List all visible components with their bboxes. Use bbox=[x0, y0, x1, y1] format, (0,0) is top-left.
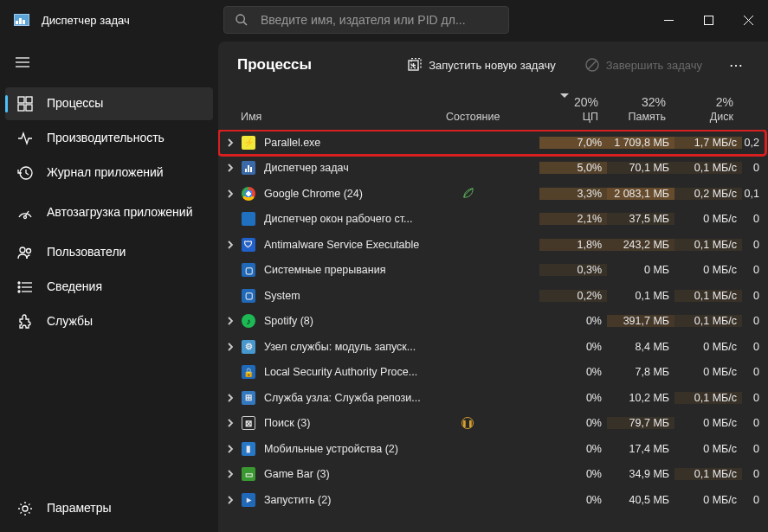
cpu-cell: 0% bbox=[539, 366, 607, 378]
col-cpu[interactable]: 20%ЦП bbox=[531, 95, 598, 123]
process-icon: ♪ bbox=[241, 314, 256, 328]
process-icon: ⚡ bbox=[241, 136, 256, 150]
table-row[interactable]: Диспетчер окон рабочего ст...2,1%37,5 МБ… bbox=[218, 207, 766, 233]
run-task-icon bbox=[408, 58, 422, 72]
chevron-right-icon[interactable] bbox=[220, 317, 241, 325]
grid-icon bbox=[17, 96, 33, 112]
chevron-right-icon[interactable] bbox=[220, 240, 241, 249]
process-list[interactable]: ⚡Parallel.exe7,0%1 709,8 МБ1,7 МБ/с0,2Ди… bbox=[218, 130, 768, 532]
puzzle-icon bbox=[17, 314, 33, 330]
process-name: Поиск (3) bbox=[264, 417, 461, 429]
disk-cell: 0 МБ/с bbox=[674, 341, 742, 353]
memory-cell: 2 083,1 МБ bbox=[607, 188, 674, 200]
disk-cell: 0 МБ/с bbox=[674, 417, 742, 429]
table-row[interactable]: ▭Game Bar (3)0%34,9 МБ0,1 МБ/с0 bbox=[218, 462, 766, 488]
hamburger-button[interactable] bbox=[3, 47, 42, 78]
nav-users[interactable]: Пользователи bbox=[5, 236, 213, 269]
table-row[interactable]: 🛡Antimalware Service Executable1,8%243,2… bbox=[218, 232, 766, 258]
cpu-cell: 0% bbox=[539, 443, 607, 455]
table-row[interactable]: ▢Системные прерывания0,3%0 МБ0 МБ/с0 bbox=[218, 258, 766, 284]
more-button[interactable]: ⋯ bbox=[721, 57, 752, 74]
col-name[interactable]: Имя bbox=[241, 111, 446, 123]
svg-point-21 bbox=[18, 282, 20, 284]
svg-rect-3 bbox=[704, 16, 713, 24]
table-row[interactable]: Диспетчер задач5,0%70,1 МБ0,1 МБ/с0 bbox=[218, 156, 766, 182]
nav-app-history[interactable]: Журнал приложений bbox=[5, 157, 213, 189]
process-name: Служба узла: Служба репози... bbox=[264, 392, 461, 404]
chevron-right-icon[interactable] bbox=[220, 189, 241, 198]
extra-cell: 0 bbox=[742, 290, 759, 302]
disk-cell: 0,1 МБ/с bbox=[674, 468, 742, 480]
table-row[interactable]: Google Chrome (24)3,3%2 083,1 МБ0,2 МБ/с… bbox=[218, 181, 766, 207]
nav-startup[interactable]: Автозагрузка приложений bbox=[5, 191, 213, 234]
nav-performance[interactable]: Производительность bbox=[5, 122, 213, 155]
maximize-button[interactable] bbox=[688, 0, 728, 40]
process-icon: ▮ bbox=[241, 442, 256, 456]
svg-point-22 bbox=[18, 286, 20, 288]
chevron-right-icon[interactable] bbox=[220, 163, 241, 172]
title-bar: Диспетчер задач bbox=[0, 0, 768, 40]
process-name: Spotify (8) bbox=[264, 315, 461, 327]
search-icon bbox=[235, 13, 248, 27]
process-name: Google Chrome (24) bbox=[264, 188, 461, 200]
process-name: Запустить (2) bbox=[264, 494, 461, 506]
memory-cell: 17,4 МБ bbox=[607, 443, 674, 455]
extra-cell: 0 bbox=[742, 264, 759, 276]
chevron-right-icon[interactable] bbox=[220, 419, 241, 427]
memory-cell: 79,7 МБ bbox=[607, 417, 674, 429]
svg-point-17 bbox=[27, 249, 31, 253]
chevron-right-icon[interactable] bbox=[220, 470, 241, 478]
disk-cell: 0 МБ/с bbox=[674, 264, 742, 276]
table-row[interactable]: ▢System0,2%0,1 МБ0,1 МБ/с0 bbox=[218, 283, 766, 309]
table-row[interactable]: ⚙Узел службы: модуль запуск...0%8,4 МБ0 … bbox=[218, 334, 766, 360]
table-row[interactable]: ▸Запустить (2)0%40,5 МБ0 МБ/с0 bbox=[218, 487, 766, 513]
search-box[interactable] bbox=[223, 6, 509, 34]
nav-processes[interactable]: Процессы bbox=[5, 87, 213, 120]
search-input[interactable] bbox=[261, 13, 498, 27]
process-name: Parallel.exe bbox=[264, 137, 461, 149]
disk-cell: 0,1 МБ/с bbox=[674, 290, 742, 302]
chevron-right-icon[interactable] bbox=[220, 496, 241, 504]
memory-cell: 34,9 МБ bbox=[607, 468, 674, 480]
col-status[interactable]: Состояние bbox=[446, 111, 531, 123]
end-task-button: Завершить задачу bbox=[575, 50, 713, 80]
prohibit-icon bbox=[585, 58, 599, 72]
nav-details[interactable]: Сведения bbox=[5, 271, 213, 304]
minimize-button[interactable] bbox=[649, 0, 688, 40]
svg-point-16 bbox=[20, 247, 25, 253]
process-icon: ▭ bbox=[241, 467, 256, 481]
process-name: Узел службы: модуль запуск... bbox=[264, 341, 461, 353]
table-row[interactable]: ♪Spotify (8)0%391,7 МБ0,1 МБ/с0 bbox=[218, 309, 766, 335]
cpu-cell: 0,2% bbox=[539, 290, 607, 302]
chevron-right-icon[interactable] bbox=[220, 394, 241, 402]
history-icon bbox=[17, 165, 33, 181]
chevron-right-icon[interactable] bbox=[220, 138, 241, 147]
table-row[interactable]: ▮Мобильные устройства (2)0%17,4 МБ0 МБ/с… bbox=[218, 436, 766, 462]
process-icon: 🛡 bbox=[241, 238, 256, 252]
main-panel: Процессы Запустить новую задачу Завершит… bbox=[218, 42, 768, 532]
table-row[interactable]: ⊠Поиск (3)❚❚0%79,7 МБ0 МБ/с0 bbox=[218, 411, 766, 437]
process-name: Диспетчер задач bbox=[264, 162, 461, 174]
extra-cell: 0 bbox=[742, 392, 759, 404]
memory-cell: 70,1 МБ bbox=[607, 162, 674, 174]
nav-settings[interactable]: Параметры bbox=[5, 492, 213, 525]
process-name: Мобильные устройства (2) bbox=[264, 443, 461, 455]
disk-cell: 0 МБ/с bbox=[674, 443, 742, 455]
chevron-right-icon[interactable] bbox=[220, 445, 241, 453]
nav-services[interactable]: Службы bbox=[5, 305, 213, 338]
table-row[interactable]: 🔒Local Security Authority Proce...0%7,8 … bbox=[218, 360, 766, 386]
cpu-cell: 2,1% bbox=[539, 213, 607, 225]
cpu-cell: 0% bbox=[539, 315, 607, 327]
extra-cell: 0 bbox=[742, 239, 759, 251]
run-task-button[interactable]: Запустить новую задачу bbox=[397, 50, 565, 80]
table-row[interactable]: ⚡Parallel.exe7,0%1 709,8 МБ1,7 МБ/с0,2 bbox=[218, 130, 766, 156]
table-row[interactable]: ⊞Служба узла: Служба репози...0%10,2 МБ0… bbox=[218, 385, 766, 411]
col-memory[interactable]: 32%Память bbox=[598, 95, 666, 123]
process-icon: ⊠ bbox=[241, 416, 256, 430]
chevron-right-icon[interactable] bbox=[220, 343, 241, 351]
close-button[interactable] bbox=[728, 0, 768, 40]
cpu-cell: 0,3% bbox=[539, 264, 607, 276]
disk-cell: 0 МБ/с bbox=[674, 494, 742, 506]
svg-line-1 bbox=[243, 22, 247, 25]
col-disk[interactable]: 2%Диск bbox=[666, 95, 733, 123]
